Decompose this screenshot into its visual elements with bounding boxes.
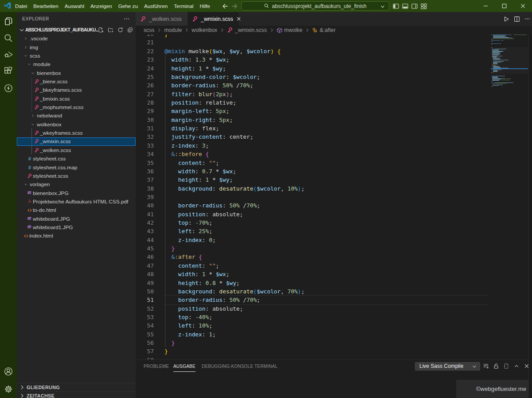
tree-item-bienenbox[interactable]: bienenbox xyxy=(17,69,136,77)
code-text: margin-right: 5px; xyxy=(164,116,233,124)
tree-item-scss[interactable]: scss xyxy=(17,51,136,60)
tree-item-module[interactable]: module xyxy=(17,60,136,69)
panel-tab-debugging-konsole[interactable]: DEBUGGING-KONSOLE xyxy=(202,360,253,372)
toggle-panel-icon[interactable] xyxy=(402,3,408,9)
code-line-31: 31 display: flex; xyxy=(136,124,528,133)
panel-tab-terminal[interactable]: TERMINAL xyxy=(254,360,278,372)
tree-item-stylesheet.scss[interactable]: stylesheet.scss xyxy=(17,172,136,180)
breadcrumb-item[interactable]: scss xyxy=(144,27,154,33)
tree-item-.vscode[interactable]: .vscode xyxy=(17,35,136,43)
activity-live-server[interactable] xyxy=(0,82,17,95)
line-number: 42 xyxy=(136,219,154,227)
split-editor-icon[interactable] xyxy=(514,16,520,22)
activity-extensions[interactable] xyxy=(0,64,17,78)
image-icon xyxy=(27,190,32,196)
section-gliederung[interactable]: GLIEDERUNG xyxy=(17,383,136,392)
activity-settings[interactable] xyxy=(0,382,17,396)
toggle-secondary-sidebar-icon[interactable] xyxy=(411,3,418,9)
line-number: 35 xyxy=(136,159,154,167)
code-token: $wx xyxy=(216,271,226,277)
editor-scrollbar-strip[interactable] xyxy=(528,35,532,398)
customize-layout-icon[interactable] xyxy=(421,3,427,9)
line-number: 47 xyxy=(136,261,154,270)
unlock-icon[interactable] xyxy=(493,363,499,369)
code-token xyxy=(164,168,178,175)
tree-item-Projektwoche_Aufbaukurs_HTML_CSS.pdf[interactable]: Projektwoche Aufbaukurs HTML CSS.pdf xyxy=(17,197,136,206)
open-in-editor-icon[interactable] xyxy=(503,363,509,369)
arrow-left-icon[interactable] xyxy=(222,3,228,9)
code-token: position xyxy=(178,305,206,312)
tree-item-stylesheet.css[interactable]: #stylesheet.css xyxy=(17,155,136,163)
code-text: display: flex; xyxy=(164,124,219,133)
window-minimize-icon[interactable] xyxy=(476,0,495,12)
breadcrumb-item[interactable]: mwolke xyxy=(277,27,302,33)
tree-item-vorlagen[interactable]: vorlagen xyxy=(17,180,136,189)
tree-item-img[interactable]: img xyxy=(17,43,136,51)
panel-tab-probleme[interactable]: PROBLEME xyxy=(144,360,169,372)
menu-datei[interactable]: Datei xyxy=(12,0,30,12)
menu-terminal[interactable]: Terminal xyxy=(171,0,196,12)
minimap-line xyxy=(496,76,505,76)
menu-gehezu[interactable]: Gehe zu xyxy=(115,0,141,12)
tab-_wolken.scss[interactable]: _wolken.scss xyxy=(136,12,188,26)
editor-pane[interactable]: 20}2122@mixin mwolke($wx, $wy, $wcolor) … xyxy=(136,35,528,359)
tab-_wmixin.scss[interactable]: _wmixin.scss xyxy=(188,12,239,26)
activity-explorer[interactable] xyxy=(0,15,17,28)
tree-item-_wkeyframes.scss[interactable]: _wkeyframes.scss xyxy=(17,129,136,137)
root-folder-label: ABSCHLUSSPROJEKT_AUFBAUKU... xyxy=(25,27,98,32)
menu-anzeigen[interactable]: Anzeigen xyxy=(87,0,115,12)
window-maximize-icon[interactable] xyxy=(495,0,513,12)
command-center-search[interactable]: abschlussprojekt_aufbaukurs_ute_finish xyxy=(241,1,389,11)
minimap[interactable] xyxy=(491,35,528,359)
tree-item-_wolken.scss[interactable]: _wolken.scss xyxy=(17,146,136,154)
refresh-icon[interactable] xyxy=(117,27,123,33)
breadcrumb-item[interactable]: _wmixin.scss xyxy=(227,27,267,33)
output-channel-select[interactable]: Live Sass Compile xyxy=(415,362,480,371)
tree-item-_biene.scss[interactable]: _biene.scss xyxy=(17,77,136,86)
code-token: ; xyxy=(206,142,209,149)
tree-item-_wmixin.scss[interactable]: _wmixin.scss xyxy=(17,137,136,146)
tree-item-nebelwand[interactable]: nebelwand xyxy=(17,112,136,120)
arrow-right-icon[interactable] xyxy=(232,3,238,9)
tree-item-whiteboard1.JPG[interactable]: whiteboard1.JPG xyxy=(17,223,136,231)
menu-hilfe[interactable]: Hilfe xyxy=(196,0,213,12)
code-text: left: 10%; xyxy=(164,321,212,330)
tree-item-_mophummel.scss[interactable]: _mophummel.scss xyxy=(17,103,136,111)
tree-item-stylesheet.css.map[interactable]: #stylesheet.css.map xyxy=(17,163,136,172)
tree-item-wolkenbox[interactable]: wolkenbox xyxy=(17,120,136,129)
window-close-icon[interactable] xyxy=(513,0,532,12)
tree-item-index.html[interactable]: index.html xyxy=(17,232,136,240)
new-file-icon[interactable] xyxy=(98,27,104,33)
explorer-more-icon[interactable] xyxy=(124,16,129,22)
menu-auswahl[interactable]: Auswahl xyxy=(62,0,87,12)
breadcrumb-item[interactable]: wolkenbox xyxy=(192,27,217,33)
code-line-34: 34 &::before { xyxy=(136,150,528,158)
run-icon[interactable] xyxy=(503,16,509,22)
menu-ausfhren[interactable]: Ausführen xyxy=(141,0,171,12)
ellipsis-icon[interactable] xyxy=(524,16,530,22)
activity-search[interactable] xyxy=(0,31,17,45)
menu-bearbeiten[interactable]: Bearbeiten xyxy=(30,0,62,12)
code-token: : xyxy=(212,185,219,192)
code-token: { xyxy=(199,254,202,260)
tree-item-to-do.html[interactable]: to-do.html xyxy=(17,206,136,215)
clear-output-icon[interactable] xyxy=(483,363,489,369)
tree-item-bienenbox.JPG[interactable]: bienenbox.JPG xyxy=(17,189,136,197)
toggle-sidebar-icon[interactable] xyxy=(393,3,399,9)
collapse-all-icon[interactable] xyxy=(127,27,133,33)
tree-root-folder[interactable]: ABSCHLUSSPROJEKT_AUFBAUKU... xyxy=(17,26,136,34)
section-zeitachse[interactable]: ZEITACHSE xyxy=(17,391,136,398)
tab-close-icon[interactable] xyxy=(236,16,242,22)
tree-item-whiteboard.JPG[interactable]: whiteboard.JPG xyxy=(17,215,136,223)
breadcrumb-item[interactable]: &:after xyxy=(312,27,336,33)
breadcrumb-item[interactable]: module xyxy=(164,27,182,33)
line-number: 58 xyxy=(136,356,154,359)
tree-item-_bmixin.scss[interactable]: _bmixin.scss xyxy=(17,94,136,103)
chevron-up-icon[interactable] xyxy=(513,363,520,369)
panel-tab-ausgabe[interactable]: AUSGABE xyxy=(173,360,196,372)
activity-run-debug[interactable] xyxy=(0,48,17,61)
new-folder-icon[interactable] xyxy=(108,27,113,33)
tree-item-_bkeyframes.scss[interactable]: _bkeyframes.scss xyxy=(17,86,136,94)
activity-accounts[interactable] xyxy=(0,365,17,378)
vscode-logo-icon xyxy=(4,2,11,10)
